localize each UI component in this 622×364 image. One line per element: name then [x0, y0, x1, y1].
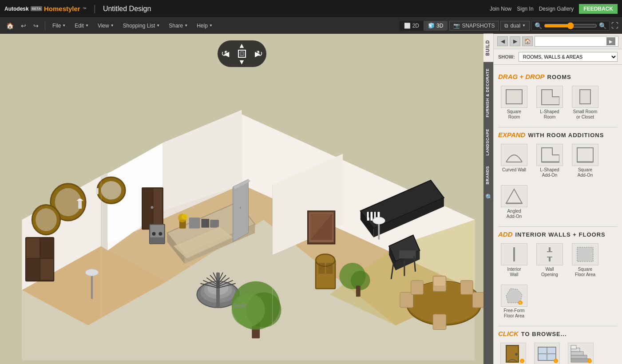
svg-rect-22: [26, 259, 40, 280]
stairs-browse-tile[interactable]: + Stairs: [566, 341, 596, 364]
furnish-tab[interactable]: FURNISH & DECORATE: [483, 62, 493, 123]
rooms-grid: SquareRoom L-ShapedRoom: [498, 84, 618, 122]
svg-rect-26: [96, 188, 99, 194]
design-gallery-link[interactable]: Design Gallery: [539, 6, 574, 12]
square-addon-label: SquareAdd-On: [578, 167, 593, 178]
homestyler-brand: Homestyler: [44, 5, 80, 12]
fullscreen-button[interactable]: ⛶: [611, 22, 618, 30]
panel-search-input[interactable]: [538, 38, 606, 44]
pan-down-button[interactable]: ▼: [238, 58, 246, 66]
view-3d-button[interactable]: 🧊 3D: [424, 21, 448, 31]
landscape-tab[interactable]: LANDSCAPE: [483, 123, 493, 161]
dual-button[interactable]: ⧉ dual ▼: [500, 21, 530, 31]
stairs-browse-icon: +: [568, 343, 594, 364]
square-addon-icon: [572, 144, 598, 166]
l-shaped-room-label: L-ShapedRoom: [540, 109, 559, 120]
square-floor-tile[interactable]: SquareFloor Area: [569, 241, 601, 279]
divider-2: [498, 226, 618, 227]
curved-wall-tile[interactable]: Curved Wall: [498, 142, 530, 180]
windows-browse-tile[interactable]: + Windows: [532, 341, 562, 364]
panel-forward-button[interactable]: ▶: [510, 36, 520, 46]
svg-rect-134: [571, 345, 576, 349]
zoom-out-button[interactable]: 🔍: [535, 22, 542, 29]
show-label: SHOW:: [498, 54, 515, 59]
panel-search-box: ▶: [535, 36, 618, 47]
navigation-controls: ↺ ▲ ◀ ▶ ▼ ↻: [215, 40, 269, 76]
l-shaped-addon-tile[interactable]: L-ShapedAdd-On: [534, 142, 566, 180]
pan-up-button[interactable]: ▲: [238, 42, 246, 50]
square-addon-tile[interactable]: SquareAdd-On: [569, 142, 601, 180]
snapshots-button[interactable]: 📷 SNAPSHOTS: [449, 21, 499, 31]
autodesk-logo: Autodesk BETA Homestyler ™: [4, 5, 87, 12]
angled-addon-tile[interactable]: AngledAdd-On: [498, 183, 530, 221]
feedback-button[interactable]: FEEDBACK: [579, 4, 618, 14]
file-menu[interactable]: File ▼: [49, 21, 69, 31]
share-menu[interactable]: Share ▼: [165, 21, 191, 31]
l-shaped-room-tile[interactable]: L-ShapedRoom: [534, 84, 566, 122]
canvas-area[interactable]: ↺ ▲ ◀ ▶ ▼ ↻: [0, 34, 483, 364]
square-floor-svg: [575, 245, 595, 263]
title-divider: |: [94, 4, 96, 14]
browse-title: CLICK TO BROWSE...: [498, 330, 618, 337]
zoom-slider[interactable]: [544, 22, 597, 29]
svg-rect-54: [216, 273, 220, 308]
interior-wall-tile[interactable]: InteriorWall: [498, 241, 530, 279]
search-side-button[interactable]: 🔍: [483, 190, 493, 204]
svg-rect-24: [78, 201, 82, 209]
panel-search-button[interactable]: ▶: [606, 37, 615, 45]
build-tab[interactable]: BUILD: [483, 34, 493, 62]
view-3d-icon: 🧊: [428, 23, 435, 29]
svg-rect-34: [151, 225, 164, 237]
svg-rect-66: [369, 212, 370, 218]
additions-grid: Curved Wall L-ShapedAdd-On: [498, 142, 618, 221]
home-button[interactable]: 🏠: [4, 20, 16, 31]
view-toggle: ⬜ 2D 🧊 3D: [400, 21, 448, 31]
view-2d-button[interactable]: ⬜ 2D: [400, 21, 424, 31]
panel-home-button[interactable]: 🏠: [522, 36, 533, 46]
svg-rect-27: [91, 275, 93, 299]
square-floor-label: SquareFloor Area: [575, 267, 595, 277]
topbar-right: Join Now Sign In Design Gallery FEEDBACK: [490, 4, 618, 14]
undo-button[interactable]: ↩: [18, 20, 29, 31]
wall-opening-tile[interactable]: WallOpening: [534, 241, 566, 279]
small-room-tile[interactable]: Small Roomor Closet: [569, 84, 601, 122]
join-now-link[interactable]: Join Now: [490, 6, 511, 12]
svg-rect-63: [371, 212, 373, 221]
svg-rect-30: [143, 189, 153, 229]
brands-tab[interactable]: BRANDS: [483, 161, 493, 190]
zoom-in-button[interactable]: 🔍: [599, 22, 606, 29]
redo-button[interactable]: ↪: [31, 20, 41, 31]
l-shaped-addon-label: L-ShapedAdd-On: [540, 167, 559, 178]
show-dropdown[interactable]: ROOMS, WALLS & AREAS ALL NONE: [519, 52, 618, 62]
expand-title-orange: EXPAND: [498, 131, 525, 138]
svg-marker-112: [506, 189, 522, 203]
edit-menu[interactable]: Edit ▼: [71, 21, 92, 31]
l-shaped-room-icon: [536, 86, 563, 108]
square-room-icon: [501, 86, 527, 108]
toolbar: 🏠 ↩ ↪ File ▼ Edit ▼ View ▼ Shopping List…: [0, 18, 622, 34]
svg-rect-104: [506, 90, 522, 104]
rotate-right-button[interactable]: ↻: [256, 49, 263, 59]
view-menu[interactable]: View ▼: [94, 21, 118, 31]
free-form-floor-tile[interactable]: ✎ Free-FormFloor Area: [498, 283, 530, 320]
svg-rect-41: [201, 219, 209, 228]
curved-wall-icon: [501, 144, 527, 166]
interior-wall-icon: [501, 243, 527, 265]
interior-title-dark: INTERIOR WALLS + FLOORS: [515, 231, 606, 238]
side-tabs-container: BUILD FURNISH & DECORATE LANDSCAPE BRAND…: [483, 34, 493, 364]
panel-back-button[interactable]: ◀: [497, 36, 508, 46]
svg-point-35: [152, 232, 156, 236]
shopping-list-menu[interactable]: Shopping List ▼: [119, 21, 164, 31]
help-menu[interactable]: Help ▼: [193, 21, 216, 31]
square-room-tile[interactable]: SquareRoom: [498, 84, 530, 122]
pan-left-button[interactable]: ◀: [224, 50, 229, 58]
svg-rect-106: [580, 90, 590, 104]
topbar-left: Autodesk BETA Homestyler ™ | Untitled De…: [4, 4, 151, 14]
svg-rect-31: [154, 189, 162, 229]
svg-rect-88: [411, 281, 424, 295]
file-caret: ▼: [62, 24, 66, 28]
panel-content: DRAG + DROP ROOMS SquareRoom: [494, 65, 622, 364]
doors-browse-tile[interactable]: + Doors: [498, 341, 528, 364]
square-room-svg: [504, 88, 524, 106]
sign-in-link[interactable]: Sign In: [517, 6, 533, 12]
